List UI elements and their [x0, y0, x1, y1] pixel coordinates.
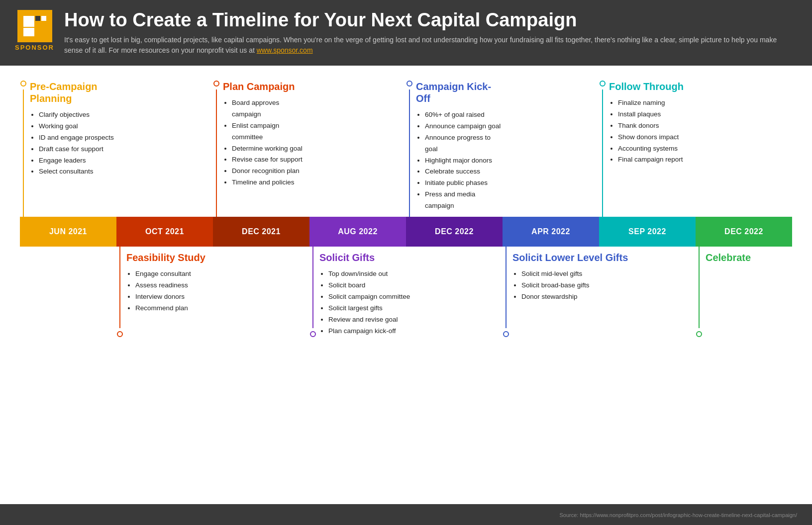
- list-item: Solicit mid-level gifts: [521, 268, 696, 280]
- header-subtitle: It's easy to get lost in big, complicate…: [64, 35, 797, 56]
- list-item: Initiate public phases: [425, 177, 503, 189]
- plan-campaign-items: Board approves campaign Enlist campaign …: [223, 97, 309, 189]
- kickoff-items: 60%+ of goal raised Announce campaign go…: [416, 109, 503, 212]
- solicit-gifts-line: [312, 247, 313, 328]
- list-item: Top down/inside out: [328, 268, 503, 280]
- timeline-layout: Pre-Campaign Planning Clarify objectives…: [20, 81, 792, 337]
- plan-campaign-content: Plan Campaign Board approves campaign En…: [223, 81, 309, 217]
- phase-plan-campaign: Plan Campaign Board approves campaign En…: [213, 81, 309, 217]
- sponsor-link[interactable]: www.sponsor.com: [257, 46, 313, 54]
- list-item: Celebrate success: [425, 166, 503, 177]
- logo-area: SPONSOR: [15, 10, 54, 51]
- celebrate-circle: [696, 331, 702, 337]
- list-item: Revise case for support: [232, 154, 309, 166]
- phase-solicit-lower: Solicit Lower Level Gifts Solicit mid-le…: [503, 247, 696, 337]
- list-item: Plan campaign kick-off: [328, 326, 503, 337]
- follow-content: Follow Through Finalize naming Install p…: [609, 81, 696, 217]
- feasibility-items: Engage consultant Assess readiness Inter…: [126, 268, 213, 314]
- solicit-gifts-title: Solicit Gifts: [319, 252, 503, 263]
- list-item: Solicit campaign committee: [328, 291, 503, 303]
- feasibility-content: Feasibility Study Engage consultant Asse…: [126, 247, 213, 337]
- footer: Source: https://www.nonprofitpro.com/pos…: [0, 504, 812, 525]
- header-content: How to Create a Timeline for Your Next C…: [64, 10, 797, 56]
- kickoff-line: [409, 89, 410, 217]
- phase-feasibility: Feasibility Study Engage consultant Asse…: [116, 247, 213, 337]
- list-item: Accounting systems: [618, 143, 696, 155]
- follow-vline: [599, 81, 606, 217]
- solicit-gifts-content: Solicit Gifts Top down/inside out Solici…: [319, 247, 503, 337]
- pre-campaign-items: Clarify objectives Working goal ID and e…: [30, 109, 116, 178]
- celebrate-vline: [696, 247, 703, 337]
- plan-campaign-line: [216, 89, 217, 217]
- svg-rect-2: [41, 16, 46, 21]
- footer-source: Source: https://www.nonprofitpro.com/pos…: [560, 512, 798, 518]
- phase-solicit-gifts: Solicit Gifts Top down/inside out Solici…: [309, 247, 503, 337]
- solicit-lower-content: Solicit Lower Level Gifts Solicit mid-le…: [512, 247, 696, 337]
- celebrate-title: Celebrate: [706, 252, 792, 263]
- list-item: Engage consultant: [135, 268, 213, 280]
- phase-celebrate: Celebrate: [696, 247, 792, 337]
- pre-campaign-circle-top: [20, 81, 26, 87]
- list-item: Working goal: [39, 121, 116, 132]
- feasibility-title: Feasibility Study: [126, 252, 213, 263]
- list-item: Review and revise goal: [328, 314, 503, 326]
- list-item: Enlist campaign committee: [232, 120, 309, 143]
- spacer-col-6: [503, 81, 599, 217]
- phase-kickoff: Campaign Kick-Off 60%+ of goal raised An…: [406, 81, 503, 217]
- list-item: Final campaign report: [618, 154, 696, 166]
- list-item: Donor stewardship: [521, 291, 696, 303]
- solicit-lower-line: [506, 247, 507, 328]
- pre-campaign-title: Pre-Campaign Planning: [30, 81, 116, 104]
- logo-icon: [17, 10, 52, 42]
- follow-line: [602, 89, 603, 217]
- kickoff-vline: [406, 81, 413, 217]
- top-phases-row: Pre-Campaign Planning Clarify objectives…: [20, 81, 792, 217]
- list-item: Highlight major donors: [425, 155, 503, 167]
- list-item: Install plaques: [618, 109, 696, 120]
- phase-pre-campaign: Pre-Campaign Planning Clarify objectives…: [20, 81, 116, 217]
- spacer-col-8: [696, 81, 792, 217]
- solicit-lower-items: Solicit mid-level gifts Solicit broad-ba…: [512, 268, 696, 303]
- list-item: Recommend plan: [135, 303, 213, 314]
- solicit-gifts-items: Top down/inside out Solicit board Solici…: [319, 268, 503, 337]
- list-item: Solicit largest gifts: [328, 303, 503, 314]
- svg-rect-3: [23, 28, 34, 36]
- logo-text: SPONSOR: [15, 44, 54, 51]
- timeline-bar: JUN 2021 OCT 2021 DEC 2021 AUG 2022 DEC …: [20, 217, 792, 247]
- list-item: Determine working goal: [232, 143, 309, 155]
- feasibility-circle-bottom: [117, 331, 123, 337]
- kickoff-content: Campaign Kick-Off 60%+ of goal raised An…: [416, 81, 503, 217]
- list-item: Clarify objectives: [39, 109, 116, 121]
- svg-rect-0: [23, 16, 34, 27]
- date-dec-2021: DEC 2021: [213, 217, 309, 247]
- kickoff-title: Campaign Kick-Off: [416, 81, 503, 104]
- date-sep-2022: SEP 2022: [599, 217, 696, 247]
- date-dec-2022a: DEC 2022: [406, 217, 503, 247]
- plan-campaign-circle-top: [213, 81, 219, 87]
- solicit-lower-title: Solicit Lower Level Gifts: [512, 252, 696, 263]
- solicit-gifts-circle: [310, 331, 316, 337]
- bottom-phases-row: Feasibility Study Engage consultant Asse…: [20, 247, 792, 337]
- spacer-col-2: [116, 81, 213, 217]
- date-aug-2022: AUG 2022: [309, 217, 406, 247]
- solicit-lower-circle: [503, 331, 509, 337]
- list-item: Interview donors: [135, 291, 213, 303]
- header: SPONSOR How to Create a Timeline for You…: [0, 0, 812, 66]
- list-item: Finalize naming: [618, 97, 696, 109]
- bot-spacer-3: [213, 247, 309, 337]
- follow-items: Finalize naming Install plaques Thank do…: [609, 97, 696, 166]
- date-dec-2022b: DEC 2022: [696, 217, 792, 247]
- plan-campaign-vline: [213, 81, 220, 217]
- list-item: Show donors impact: [618, 132, 696, 143]
- follow-title: Follow Through: [609, 81, 696, 92]
- list-item: Solicit broad-base gifts: [521, 280, 696, 291]
- page-title: How to Create a Timeline for Your Next C…: [64, 10, 797, 31]
- list-item: Announce progress to goal: [425, 132, 503, 155]
- date-apr-2022: APR 2022: [503, 217, 599, 247]
- svg-rect-1: [35, 16, 40, 21]
- list-item: Press and media campaign: [425, 189, 503, 212]
- feasibility-vline: [116, 247, 123, 337]
- feasibility-line: [119, 247, 120, 328]
- list-item: Draft case for support: [39, 144, 116, 155]
- list-item: Assess readiness: [135, 280, 213, 291]
